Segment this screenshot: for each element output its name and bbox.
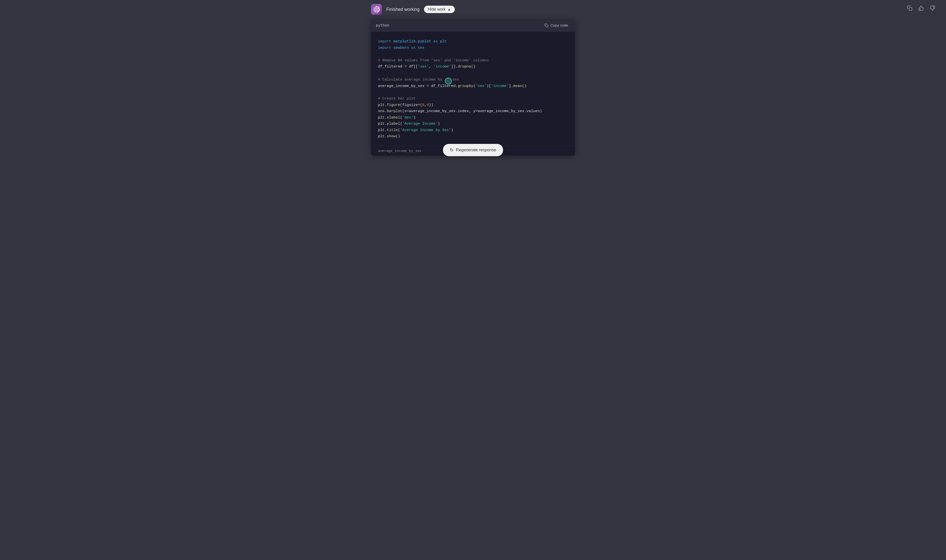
message-container: Finished working Hide work ▲ python Copy… (367, 4, 579, 160)
code-line-5: # Calculate average income by sex (378, 76, 568, 83)
svg-rect-0 (909, 8, 912, 10)
code-line-6: average_income_by_sex = df_filtered.grou… (378, 83, 568, 89)
svg-rect-1 (546, 25, 548, 27)
regenerate-label: Regenerate response (456, 148, 497, 152)
regenerate-button[interactable]: ↻ Regenerate response (443, 144, 503, 156)
thumbs-up-button[interactable] (917, 5, 925, 13)
code-line-1: import matplotlib.pyplot as plt (378, 38, 568, 45)
chatgpt-logo (371, 4, 382, 15)
status-text: Finished working (386, 7, 420, 12)
hide-work-button[interactable]: Hide work ▲ (424, 6, 455, 13)
header-row: Finished working Hide work ▲ (371, 4, 575, 15)
code-language-label: python (376, 23, 389, 28)
code-line-3: # Remove NA values from 'sex' and 'incom… (378, 57, 568, 64)
code-line-empty-2 (378, 70, 568, 76)
code-line-7: # Create bar plot (378, 95, 568, 102)
code-block-container: python Copy code import matplotlib.pyplo… (371, 19, 575, 156)
copy-icon (545, 23, 548, 27)
copy-code-button[interactable]: Copy code (543, 22, 570, 28)
code-line-empty-1 (378, 51, 568, 57)
regenerate-icon: ↻ (450, 147, 454, 153)
code-line-10: plt.xlabel('Sex') (378, 115, 568, 121)
chevron-up-icon: ▲ (448, 8, 451, 11)
cursor-circle (445, 78, 452, 85)
code-line-empty-3 (378, 89, 568, 96)
hide-work-label: Hide work (428, 7, 445, 12)
thumbs-down-button[interactable] (929, 5, 936, 13)
status-badge: Finished working (386, 7, 420, 12)
code-line-2: import seaborn as sns (378, 45, 568, 51)
regenerate-bar: ↻ Regenerate response (371, 144, 575, 156)
code-line-8: plt.figure(figsize=(8,6)) (378, 102, 568, 108)
action-icons-group (906, 5, 936, 13)
code-body: import matplotlib.pyplot as plt import s… (371, 32, 575, 146)
code-line-13: plt.show() (378, 133, 568, 140)
code-block-header: python Copy code (371, 19, 575, 32)
code-line-4: df_filtered = df[['sex', 'income']].drop… (378, 63, 568, 70)
clipboard-icon-button[interactable] (906, 5, 914, 13)
code-line-12: plt.title('Average Income by Sex') (378, 127, 568, 134)
code-line-11: plt.ylabel('Average Income') (378, 121, 568, 127)
code-line-9: sns.barplot(x=average_income_by_sex.inde… (378, 108, 568, 115)
copy-code-label: Copy code (550, 23, 568, 27)
